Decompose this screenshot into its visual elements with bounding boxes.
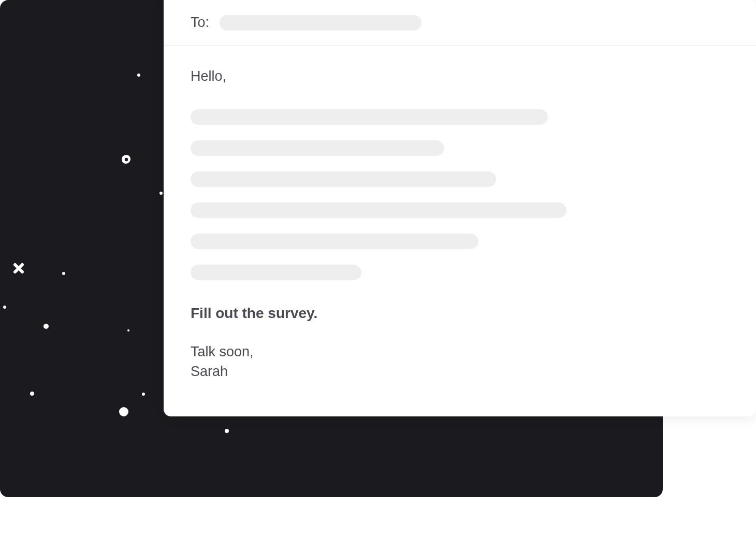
to-field-row: To: — [164, 0, 756, 46]
body-placeholder-line — [191, 171, 496, 187]
decorative-dot — [137, 74, 140, 77]
to-input-placeholder[interactable] — [220, 15, 421, 31]
decorative-dot — [119, 407, 128, 416]
svg-point-0 — [125, 158, 128, 161]
sender-name: Sarah — [191, 362, 729, 382]
survey-cta-link[interactable]: Fill out the survey. — [191, 305, 317, 322]
greeting-text: Hello, — [191, 68, 729, 84]
body-placeholder-line — [191, 140, 444, 156]
decorative-blob-icon — [120, 153, 133, 166]
body-placeholder-line — [191, 109, 548, 125]
decorative-dot — [43, 324, 49, 329]
decorative-dot — [159, 192, 163, 195]
dark-background-panel: To: Hello, Fill out the survey. Talk soo… — [0, 0, 663, 497]
signoff-text: Talk soon, — [191, 342, 729, 362]
email-body[interactable]: Hello, Fill out the survey. Talk soon, S… — [164, 46, 756, 398]
body-placeholder-line — [191, 265, 361, 280]
decorative-dot — [142, 393, 145, 396]
decorative-x-icon — [12, 262, 25, 274]
decorative-dot — [225, 429, 229, 433]
to-label: To: — [191, 15, 209, 31]
email-compose-panel: To: Hello, Fill out the survey. Talk soo… — [164, 0, 756, 416]
signoff-block: Talk soon, Sarah — [191, 342, 729, 382]
body-placeholder-line — [191, 203, 566, 218]
body-placeholder-line — [191, 234, 478, 249]
decorative-dot — [30, 392, 34, 396]
decorative-dot — [127, 329, 129, 331]
decorative-dot — [62, 272, 65, 275]
decorative-dot — [3, 306, 6, 309]
survey-cta-text: Fill out the survey. — [191, 305, 317, 321]
